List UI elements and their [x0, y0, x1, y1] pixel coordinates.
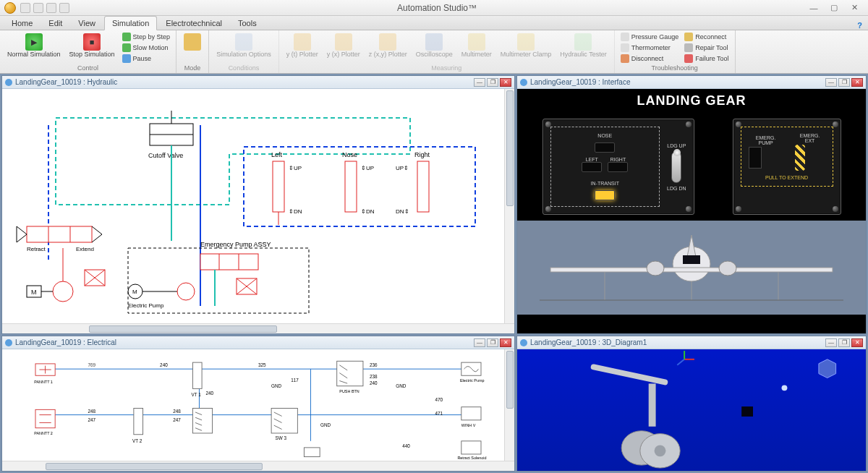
- qat-btn[interactable]: [33, 3, 43, 13]
- pane-interface: LandingGear_10019 : Interface — ❐ ✕ LAND…: [516, 75, 867, 334]
- qat-btn[interactable]: [20, 3, 30, 13]
- reconnect-button[interactable]: Reconnect: [683, 32, 730, 42]
- pane-title-electrical[interactable]: LandingGear_10019 : Electrical — ❐ ✕: [2, 336, 514, 349]
- hydraulic-tester-button[interactable]: Hydraulic Tester: [557, 32, 609, 60]
- pane-restore-button[interactable]: ❐: [838, 338, 850, 347]
- tab-tools[interactable]: Tools: [231, 17, 264, 30]
- normal-simulation-button[interactable]: ▶ Normal Simulation: [4, 32, 64, 60]
- plot-icon: [294, 33, 311, 51]
- tester-icon: [574, 33, 592, 51]
- svg-marker-96: [819, 359, 836, 378]
- close-button[interactable]: ✕: [845, 2, 864, 14]
- svg-rect-50: [683, 255, 700, 264]
- multimeter-button[interactable]: Multimeter: [459, 32, 495, 60]
- svg-text:Retract: Retract: [27, 246, 46, 252]
- svg-rect-36: [200, 254, 258, 270]
- pane-close-button[interactable]: ✕: [500, 78, 511, 87]
- yx-plotter-button[interactable]: y (x) Plotter: [324, 32, 363, 60]
- svg-line-95: [677, 359, 684, 365]
- tab-edit[interactable]: Edit: [41, 17, 69, 30]
- app-title: Automation Studio™: [69, 3, 804, 13]
- pane-close-button[interactable]: ✕: [500, 338, 511, 347]
- stop-simulation-button[interactable]: ■ Stop Simulation: [67, 32, 118, 60]
- svg-text:PANNTT 2: PANNTT 2: [34, 431, 53, 435]
- scope-icon: [425, 33, 443, 51]
- svg-text:WINH V: WINH V: [461, 423, 476, 427]
- tab-view[interactable]: View: [71, 17, 103, 30]
- pane-title-3d[interactable]: LandingGear_10019 : 3D_Diagram1 — ❐ ✕: [517, 336, 866, 349]
- slow-icon: [122, 43, 131, 52]
- svg-point-44: [719, 261, 736, 276]
- pane-minimize-button[interactable]: —: [825, 78, 837, 87]
- pane-restore-button[interactable]: ❐: [487, 338, 498, 347]
- right-indicator: [608, 162, 628, 172]
- aircraft-view: [517, 221, 866, 315]
- scrollbar-vertical[interactable]: [504, 349, 514, 461]
- repair-tool-button[interactable]: Repair Tool: [683, 43, 730, 53]
- thermometer-button[interactable]: Thermometer: [619, 43, 681, 53]
- mode-button[interactable]: [181, 32, 204, 60]
- svg-rect-42: [550, 268, 833, 272]
- pause-button[interactable]: Pause: [121, 54, 172, 64]
- qat-btn[interactable]: [46, 3, 56, 13]
- ribbon-tabs: Home Edit View Simulation Electrotechnic…: [0, 16, 868, 30]
- pane-minimize-button[interactable]: —: [474, 338, 485, 347]
- help-icon[interactable]: ?: [857, 21, 868, 30]
- zxy-plotter-button[interactable]: z (x,y) Plotter: [366, 32, 410, 60]
- minimize-button[interactable]: —: [804, 2, 823, 14]
- slow-motion-button[interactable]: Slow Motion: [121, 43, 172, 53]
- svg-rect-99: [590, 364, 668, 385]
- svg-text:471: 471: [435, 411, 443, 416]
- pane-restore-button[interactable]: ❐: [487, 78, 498, 87]
- yt-plotter-button[interactable]: y (t) Plotter: [284, 32, 321, 60]
- pane-close-button[interactable]: ✕: [851, 338, 863, 347]
- svg-marker-45: [687, 235, 696, 257]
- svg-text:⇕DN: ⇕DN: [289, 208, 302, 215]
- maximize-button[interactable]: ▢: [825, 2, 843, 14]
- svg-text:Right: Right: [414, 151, 430, 158]
- pane-title-interface[interactable]: LandingGear_10019 : Interface — ❐ ✕: [517, 76, 866, 89]
- multimeter-clamp-button[interactable]: Multimeter Clamp: [498, 32, 555, 60]
- qat-btn[interactable]: [59, 3, 69, 13]
- scrollbar-horizontal[interactable]: [2, 461, 514, 471]
- gear-lever[interactable]: [671, 151, 681, 183]
- svg-text:DN⇕: DN⇕: [396, 208, 409, 215]
- tab-electrotechnical[interactable]: Electrotechnical: [158, 17, 229, 30]
- pane-title-hydraulic[interactable]: LandingGear_10019 : Hydraulic — ❐ ✕: [2, 76, 514, 89]
- pane-minimize-button[interactable]: —: [474, 78, 485, 87]
- pane-close-button[interactable]: ✕: [851, 78, 863, 87]
- pane-restore-button[interactable]: ❐: [838, 78, 850, 87]
- tab-home[interactable]: Home: [4, 17, 40, 30]
- disconnect-button[interactable]: Disconnect: [619, 54, 681, 64]
- svg-text:440: 440: [402, 443, 410, 448]
- svg-rect-85: [304, 448, 320, 457]
- interface-view[interactable]: LANDING GEAR NOSE LEFT RIGHT IN-TRA: [517, 89, 866, 333]
- scrollbar-vertical[interactable]: [504, 89, 514, 323]
- hydraulic-diagram[interactable]: Cutoff Valve Left ⇕UP ⇕DN Nose ⇕UP ⇕DN: [2, 89, 514, 323]
- tab-simulation[interactable]: Simulation: [104, 16, 157, 30]
- pane-3d: LandingGear_10019 : 3D_Diagram1 — ❐ ✕: [516, 336, 867, 472]
- emerg-extend-handle[interactable]: [795, 145, 805, 171]
- interface-heading: LANDING GEAR: [517, 89, 866, 113]
- pressure-gauge-button[interactable]: Pressure Gauge: [619, 32, 681, 42]
- app-icon: [4, 2, 16, 14]
- electrical-diagram[interactable]: PANNTT 1 PANNTT 2 769 240 325 236 238 24…: [2, 349, 514, 461]
- scrollbar-horizontal[interactable]: [2, 323, 514, 333]
- pane-minimize-button[interactable]: —: [825, 338, 837, 347]
- svg-rect-91: [461, 441, 481, 454]
- emerg-pump-switch[interactable]: [749, 147, 762, 169]
- oscilloscope-button[interactable]: Oscilloscope: [413, 32, 456, 60]
- step-by-step-button[interactable]: Step by Step: [121, 32, 172, 42]
- 3d-viewport[interactable]: [517, 349, 866, 471]
- gear-status-panel: NOSE LEFT RIGHT IN-TRANSIT LDG UP: [542, 119, 694, 215]
- svg-rect-18: [27, 226, 92, 242]
- left-indicator: [582, 162, 602, 172]
- failure-tool-button[interactable]: Failure Tool: [683, 54, 730, 64]
- window-controls: — ▢ ✕: [804, 2, 864, 14]
- simulation-options-button[interactable]: Simulation Options: [213, 32, 274, 60]
- svg-text:VT 1: VT 1: [192, 392, 202, 397]
- svg-rect-89: [461, 407, 481, 420]
- doc-icon: [5, 339, 12, 346]
- doc-icon: [5, 79, 12, 86]
- pane-hydraulic: LandingGear_10019 : Hydraulic — ❐ ✕ Cuto: [1, 75, 515, 334]
